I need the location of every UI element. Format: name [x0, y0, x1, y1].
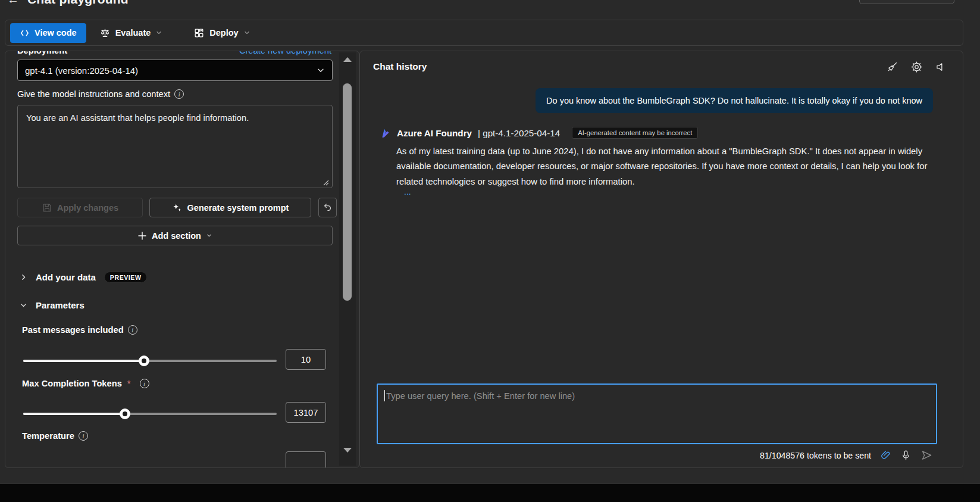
info-icon[interactable]: i	[128, 325, 137, 335]
undo-icon	[323, 202, 333, 213]
instructions-label-row: Give the model instructions and context …	[17, 89, 184, 99]
microphone-icon[interactable]	[900, 450, 912, 461]
chat-history-title: Chat history	[373, 61, 427, 72]
left-panel-scrollbar[interactable]	[339, 52, 356, 466]
add-section-button[interactable]: Add section	[17, 226, 333, 245]
code-icon	[20, 28, 30, 38]
back-arrow-icon[interactable]: ←	[7, 0, 19, 7]
deployment-select[interactable]: gpt-4.1 (version:2025-04-14)	[17, 60, 333, 81]
slider-thumb[interactable]	[120, 409, 130, 419]
preview-badge: PREVIEW	[104, 272, 148, 283]
save-icon	[42, 202, 52, 213]
assistant-message-text: As of my latest training data (up to Jun…	[396, 144, 935, 189]
configuration-panel: Deployment Create new deployment gpt-4.1…	[5, 51, 359, 468]
info-icon[interactable]: i	[174, 89, 184, 99]
window-bottom-strip	[0, 484, 980, 502]
token-count: 81/1048576 tokens to be sent	[760, 451, 871, 460]
create-new-deployment-link[interactable]: Create new deployment	[239, 51, 331, 55]
scales-icon	[99, 27, 111, 39]
undo-button[interactable]	[318, 198, 337, 217]
assistant-message-header: Azure AI Foundry | gpt-4.1-2025-04-14 AI…	[380, 127, 698, 139]
max-tokens-value-input[interactable]	[286, 402, 326, 423]
send-icon[interactable]	[920, 449, 933, 462]
chevron-down-icon	[20, 301, 27, 309]
sparkle-icon	[172, 202, 183, 213]
max-tokens-slider[interactable]	[23, 413, 277, 415]
max-tokens-label-row: Max Completion Tokens * i	[22, 379, 149, 388]
message-more-link[interactable]: ...	[404, 187, 411, 197]
temperature-value-input[interactable]	[286, 451, 326, 468]
user-message-bubble: Do you know about the BumbleGraph SDK? D…	[536, 88, 933, 113]
chat-input-footer: 81/1048576 tokens to be sent	[760, 449, 933, 462]
chat-playground-app: ← Chat playground View code Evaluate Dep…	[0, 0, 980, 502]
playground-toolbar: View code Evaluate Deploy	[5, 20, 963, 46]
past-messages-slider[interactable]	[23, 360, 277, 362]
info-icon[interactable]: i	[79, 431, 88, 441]
plus-icon	[137, 231, 147, 241]
ai-disclaimer-badge: AI-generated content may be incorrect	[572, 127, 698, 139]
temperature-label-row: Temperature i	[22, 431, 88, 441]
deployment-label: Deployment	[17, 51, 67, 55]
chat-panel: Chat history Do you know about the Bumbl…	[359, 51, 963, 468]
system-prompt-textarea[interactable]: You are an AI assistant that helps peopl…	[17, 105, 333, 188]
prompt-buttons-row: Apply changes Generate system prompt	[5, 198, 359, 217]
scrollbar-thumb[interactable]	[343, 83, 352, 301]
evaluate-button[interactable]: Evaluate	[92, 23, 170, 43]
slider-thumb[interactable]	[139, 356, 149, 366]
deploy-icon	[193, 27, 205, 39]
generate-system-prompt-button[interactable]: Generate system prompt	[149, 198, 311, 217]
past-messages-label-row: Past messages included i	[22, 325, 137, 335]
add-your-data-section[interactable]: Add your data PREVIEW	[20, 272, 147, 283]
clear-chat-broom-icon[interactable]	[886, 61, 898, 73]
page-title-bar: ← Chat playground	[7, 0, 245, 8]
past-messages-value-input[interactable]	[286, 349, 326, 370]
chevron-down-icon	[206, 232, 212, 239]
scroll-down-arrow[interactable]	[343, 448, 352, 453]
chat-actions	[886, 61, 947, 73]
apply-changes-button[interactable]: Apply changes	[17, 198, 143, 217]
chevron-down-icon	[317, 66, 325, 74]
scroll-up-arrow[interactable]	[343, 57, 352, 62]
azure-ai-foundry-logo-icon	[380, 127, 391, 139]
view-code-button[interactable]: View code	[10, 23, 86, 43]
settings-gear-icon[interactable]	[910, 61, 923, 73]
chevron-right-icon	[20, 273, 27, 281]
top-right-partial-button[interactable]	[859, 0, 954, 4]
chat-input-wrap	[377, 383, 937, 444]
deployment-row: Deployment Create new deployment	[17, 51, 331, 55]
required-asterisk: *	[127, 379, 131, 388]
speaker-icon[interactable]	[935, 61, 947, 73]
chevron-down-icon	[155, 29, 162, 36]
chevron-down-icon	[243, 29, 251, 36]
info-icon[interactable]: i	[140, 379, 149, 388]
parameters-section[interactable]: Parameters	[20, 300, 84, 310]
chat-input[interactable]	[377, 383, 937, 444]
attach-paperclip-icon[interactable]	[880, 450, 891, 461]
deploy-button[interactable]: Deploy	[186, 23, 257, 43]
page-title: Chat playground	[27, 0, 129, 7]
assistant-name: Azure AI Foundry	[397, 128, 472, 138]
assistant-model: | gpt-4.1-2025-04-14	[478, 128, 560, 138]
deployment-value: gpt-4.1 (version:2025-04-14)	[25, 66, 138, 76]
